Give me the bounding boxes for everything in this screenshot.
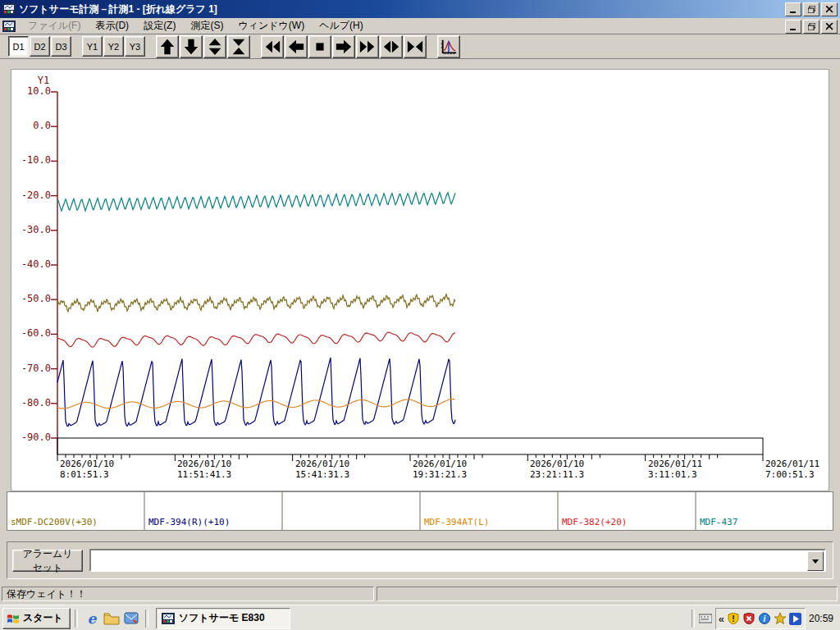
alarm-combobox[interactable] xyxy=(89,549,826,572)
taskbar-clock[interactable]: 20:59 xyxy=(806,613,838,624)
status-pane-secondary xyxy=(377,587,838,601)
restore-button[interactable] xyxy=(803,2,819,16)
menu-settings[interactable]: 設定(Z) xyxy=(136,17,183,34)
toolbar-y2-button[interactable]: Y2 xyxy=(103,36,124,57)
y-tick-label: -10.0 xyxy=(13,154,51,166)
ch3-sensor-name xyxy=(286,517,416,528)
system-tray: « ! i 20:59 xyxy=(687,609,838,628)
close-button[interactable] xyxy=(821,2,838,16)
menu-window[interactable]: ウィンドウ(W) xyxy=(231,17,312,34)
rewind-icon[interactable] xyxy=(261,35,284,58)
app-icon xyxy=(162,613,175,624)
combobox-dropdown-button[interactable] xyxy=(807,551,824,571)
keyboard-layout-icon[interactable] xyxy=(699,612,712,625)
menu-file: ファイル(F) xyxy=(21,17,88,34)
menu-bar: ファイル(F) 表示(D) 設定(Z) 測定(S) ウィンドウ(W) ヘルプ(H… xyxy=(0,18,840,34)
x-tick-label: 2026/01/117:00:51.3 xyxy=(765,459,834,480)
info-balloon-icon[interactable]: i xyxy=(758,612,771,625)
ch1-sensor-name: sMDF-DC200V(+30) xyxy=(11,517,140,528)
step-right-icon[interactable] xyxy=(332,35,355,58)
mail-shortcut-icon[interactable] xyxy=(122,609,140,628)
toolbar-d3-button[interactable]: D3 xyxy=(51,36,71,57)
toolbar-y1-button[interactable]: Y1 xyxy=(82,36,103,57)
internet-explorer-icon[interactable]: e xyxy=(83,609,101,628)
ch5-sensor-name: MDF-382(+20) xyxy=(562,517,692,528)
menu-measure[interactable]: 測定(S) xyxy=(183,17,231,34)
legend-ch6: MDF-437 CH6 [℃] -19.7 xyxy=(696,492,833,530)
y-axis-title: Y1 xyxy=(31,75,56,86)
x-tick-label: 2026/01/1019:31:21.3 xyxy=(413,459,482,480)
alarm-reset-button[interactable]: アラームリセット xyxy=(12,550,83,572)
child-close-button[interactable] xyxy=(821,20,838,34)
graph-settings-icon[interactable] xyxy=(437,35,460,58)
y-tick-label: -30.0 xyxy=(13,224,51,235)
taskbar-divider xyxy=(145,609,148,628)
y-tick-label: 10.0 xyxy=(13,85,51,97)
expand-horizontal-icon[interactable] xyxy=(380,35,403,58)
app-icon xyxy=(2,3,16,15)
series-ch1 xyxy=(57,294,455,312)
start-button[interactable]: スタート xyxy=(2,608,71,629)
toolbar-d2-button[interactable]: D2 xyxy=(30,36,50,57)
legend-ch1: sMDF-DC200V(+30) CH1 [℃] -50.5 xyxy=(7,492,144,530)
taskbar-app-button[interactable]: ソフトサーモ E830 xyxy=(156,608,290,629)
taskbar: スタート e ソフトサーモ E830 « ! i 20:59 xyxy=(0,605,840,630)
fast-forward-icon[interactable] xyxy=(356,35,379,58)
minimize-button[interactable] xyxy=(785,2,801,16)
security-alert-shield-icon[interactable] xyxy=(742,612,756,625)
y-tick-label: -50.0 xyxy=(13,293,51,304)
child-minimize-button[interactable] xyxy=(785,20,801,34)
svg-text:!: ! xyxy=(732,614,734,623)
compress-horizontal-icon[interactable] xyxy=(404,35,427,58)
stop-icon[interactable] xyxy=(308,35,331,58)
y-tick-label: -40.0 xyxy=(13,258,51,270)
expand-vertical-icon[interactable] xyxy=(203,35,226,58)
alarm-bar: アラームリセット xyxy=(7,541,833,579)
chart-canvas xyxy=(11,70,829,490)
scroll-down-icon[interactable] xyxy=(180,35,203,58)
y-tick-label: -60.0 xyxy=(13,327,51,339)
windows-logo-icon xyxy=(7,613,20,624)
channel-legend: sMDF-DC200V(+30) CH1 [℃] -50.5 MDF-394(R… xyxy=(7,491,833,531)
svg-text:i: i xyxy=(764,614,766,623)
tray-collapse-icon[interactable]: « xyxy=(719,613,724,625)
y-tick-label: -80.0 xyxy=(13,397,51,409)
x-tick-label: 2026/01/108:01:51.3 xyxy=(60,459,129,480)
toolbar: D1 D2 D3 Y1 Y2 Y3 xyxy=(0,34,840,59)
y-tick-label: -70.0 xyxy=(13,363,51,374)
status-message: 保存ウェイト！！ xyxy=(2,587,374,601)
child-window-icon[interactable] xyxy=(2,21,16,32)
x-tick-label: 2026/01/1015:41:31.3 xyxy=(295,459,364,480)
series-ch4 xyxy=(57,399,455,409)
compress-vertical-icon[interactable] xyxy=(227,35,250,58)
x-tick-label: 2026/01/113:11:01.3 xyxy=(648,459,717,480)
title-bar: ソフトサーモ計測－計測1 - [折れ線グラフ 1] xyxy=(0,0,840,18)
toolbar-d1-button[interactable]: D1 xyxy=(8,36,29,57)
toolbar-y3-button[interactable]: Y3 xyxy=(125,36,145,57)
star-status-icon[interactable] xyxy=(774,612,787,625)
ch2-sensor-name: MDF-394(R)(+10) xyxy=(148,517,278,528)
menu-view[interactable]: 表示(D) xyxy=(88,17,136,34)
media-player-icon[interactable] xyxy=(789,612,802,625)
graph-window: Y1 10.0 0.0 -10.0 -20.0 -30.0 -40.0 -50.… xyxy=(0,59,840,584)
security-warning-shield-icon[interactable]: ! xyxy=(727,612,740,625)
menu-help[interactable]: ヘルプ(H) xyxy=(312,17,371,34)
x-tick-label: 2026/01/1011:51:41.3 xyxy=(177,459,246,480)
x-tick-label: 2026/01/1023:21:11.3 xyxy=(530,459,599,480)
series-ch5 xyxy=(57,332,455,347)
ch4-sensor-name: MDF-394AT(L) xyxy=(424,517,554,528)
line-chart: Y1 10.0 0.0 -10.0 -20.0 -30.0 -40.0 -50.… xyxy=(11,69,829,491)
taskbar-divider xyxy=(692,609,695,628)
chevron-down-icon xyxy=(812,559,819,564)
child-restore-button[interactable] xyxy=(803,20,819,34)
legend-ch3: CH3 [℃] ----- xyxy=(283,492,419,530)
desktop: ソフトサーモ計測－計測1 - [折れ線グラフ 1] ファイル(F) 表示(D) … xyxy=(0,0,840,630)
step-left-icon[interactable] xyxy=(285,35,308,58)
scroll-up-icon[interactable] xyxy=(156,35,179,58)
tray-icon-group: « ! i xyxy=(715,608,806,629)
taskbar-divider xyxy=(75,609,78,628)
legend-ch5: MDF-382(+20) CH5 [℃] -61.8 xyxy=(559,492,695,530)
series-ch2 xyxy=(57,358,455,427)
folder-shortcut-icon[interactable] xyxy=(103,609,121,628)
y-tick-label: -90.0 xyxy=(13,431,51,443)
